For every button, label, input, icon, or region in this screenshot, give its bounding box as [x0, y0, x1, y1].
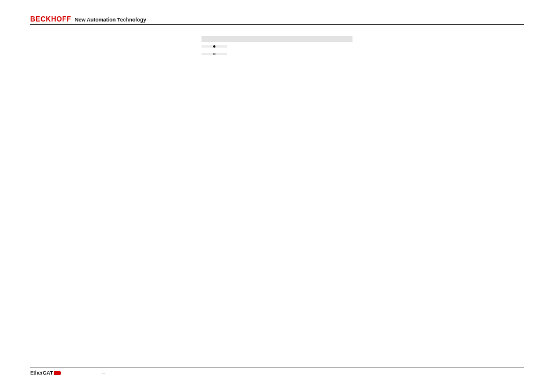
footer-rule: [30, 368, 524, 368]
data-table: [202, 35, 352, 73]
bullet-open-icon: [213, 53, 215, 55]
ethercat-logo-prefix: Ether: [30, 370, 43, 376]
table-row: [202, 51, 352, 57]
brand-logo: BECKHOFF: [30, 15, 71, 23]
footer-row: EtherCAT —: [30, 370, 524, 376]
ethercat-logo-bold: CAT: [43, 370, 53, 376]
table-header-row: [202, 35, 352, 42]
ethercat-logo: EtherCAT: [30, 370, 61, 376]
page-header: BECKHOFF New Automation Technology: [30, 15, 524, 25]
table-row: [202, 43, 352, 49]
brand-tagline: New Automation Technology: [75, 17, 146, 23]
table-header-right: [227, 36, 352, 42]
table-header-left: [202, 36, 227, 42]
row-bullet-cell: [202, 45, 227, 48]
table-row: [202, 66, 352, 72]
row-bullet-cell: [202, 53, 227, 55]
page: BECKHOFF New Automation Technology: [30, 15, 524, 376]
ethercat-mark-icon: [54, 371, 61, 375]
page-footer: EtherCAT —: [30, 368, 524, 376]
bullet-filled-icon: [213, 45, 215, 48]
content-area: [30, 35, 524, 73]
table-row: [202, 58, 352, 64]
footer-note: —: [102, 371, 105, 375]
